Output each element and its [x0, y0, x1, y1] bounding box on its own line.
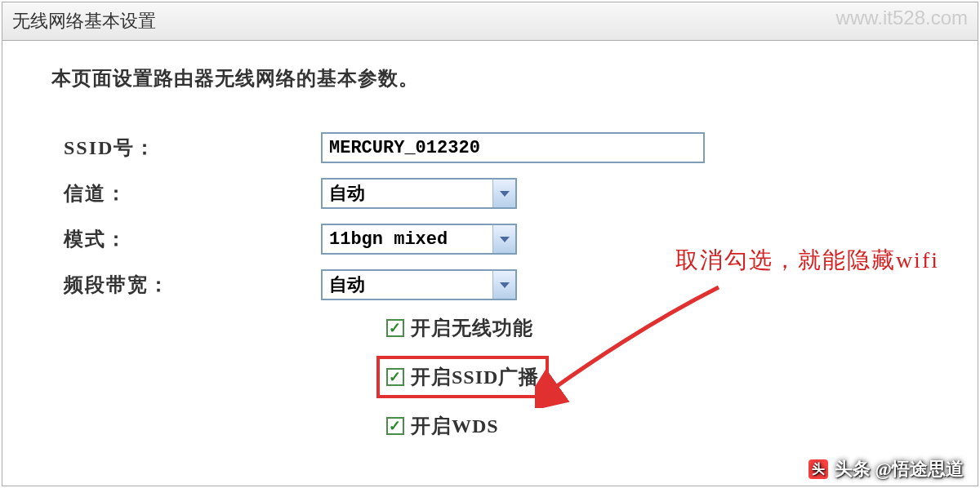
watermark-url: www.it528.com: [836, 7, 968, 29]
channel-select[interactable]: 自动: [321, 178, 517, 209]
mode-select[interactable]: 11bgn mixed: [321, 224, 517, 255]
annotation-text: 取消勾选，就能隐藏wifi: [675, 245, 939, 276]
wds-checkbox-label: 开启WDS: [411, 413, 499, 439]
watermark-bottom: 头 头条 @悟途思道: [808, 457, 964, 481]
channel-label: 信道：: [64, 180, 321, 206]
bandwidth-select[interactable]: 自动: [321, 269, 517, 300]
page-description: 本页面设置路由器无线网络的基本参数。: [51, 65, 929, 91]
page-title: 无线网络基本设置: [2, 2, 978, 41]
toutiao-logo-icon: 头: [808, 459, 828, 479]
checkmark-icon: ✓: [389, 321, 402, 335]
ssid-broadcast-highlight: ✓ 开启SSID广播: [376, 356, 549, 398]
wireless-checkbox[interactable]: ✓: [386, 319, 404, 337]
checkmark-icon: ✓: [389, 370, 402, 384]
bandwidth-label: 频段带宽：: [64, 272, 321, 298]
wds-checkbox[interactable]: ✓: [386, 417, 404, 435]
ssid-broadcast-checkbox-label: 开启SSID广播: [411, 364, 539, 390]
wireless-checkbox-label: 开启无线功能: [411, 315, 533, 341]
chevron-down-icon: [492, 271, 515, 299]
mode-label: 模式：: [64, 226, 321, 252]
chevron-down-icon: [492, 180, 515, 207]
chevron-down-icon: [492, 225, 515, 253]
checkmark-icon: ✓: [389, 419, 402, 433]
ssid-broadcast-checkbox[interactable]: ✓: [386, 368, 404, 386]
ssid-label: SSID号：: [64, 135, 321, 161]
ssid-input[interactable]: [321, 132, 705, 163]
